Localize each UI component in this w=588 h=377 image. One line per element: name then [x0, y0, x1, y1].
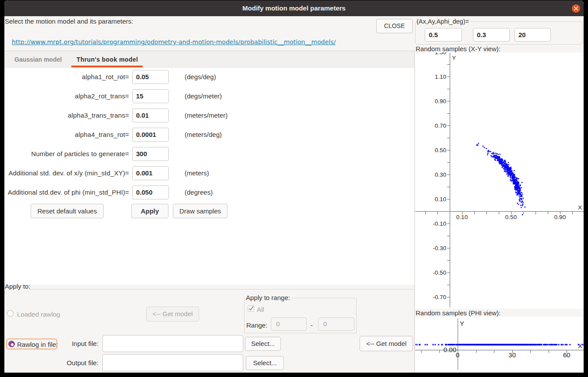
svg-text:-0.50: -0.50: [433, 269, 446, 276]
range-from-input[interactable]: 0: [271, 318, 307, 331]
all-checkbox[interactable]: [248, 305, 254, 312]
param-label-5: Additional std. dev. of x/y (min_std_XY)…: [4, 166, 129, 180]
aphi-input[interactable]: 20: [514, 28, 551, 42]
phi-plot-title: Random samples (PHI view):: [416, 309, 500, 317]
tab-thruns-book-model[interactable]: Thrun's book model: [77, 51, 138, 67]
param-input-2[interactable]: 0.01: [132, 108, 169, 122]
param-label-6: Additional std.dev. of phi (min_std_PHI)…: [4, 185, 129, 199]
svg-text:X: X: [578, 342, 582, 349]
param-label-3: alpha4_trans_rot=: [4, 128, 129, 142]
screen: Modify motion model parameters Select th…: [0, 0, 588, 377]
param-input-1[interactable]: 15: [132, 89, 169, 103]
svg-text:0.30: 0.30: [435, 171, 446, 178]
close-icon: [572, 4, 580, 13]
apply-to-legend: Apply to:: [5, 283, 30, 290]
svg-text:0.10: 0.10: [456, 214, 468, 220]
svg-text:1.10: 1.10: [435, 73, 446, 80]
param-label-0: alpha1_rot_rot=: [4, 70, 129, 84]
param-input-5[interactable]: 0.001: [132, 166, 169, 180]
param-label-1: alpha2_rot_trans=: [4, 89, 129, 103]
param-unit-3: (meters/deg): [185, 128, 222, 142]
tab-bar: Gaussian model Thrun's book model: [4, 51, 415, 67]
apply-to-range-legend: Apply to range:: [245, 294, 292, 301]
ay-input[interactable]: 0.3: [473, 28, 510, 42]
apply-button[interactable]: Apply: [131, 204, 168, 218]
phi-scatter-plot[interactable]: 030600.00YX: [415, 317, 584, 373]
svg-text:X: X: [578, 204, 582, 211]
loaded-rawlog-radio[interactable]: [7, 310, 14, 317]
tab-gaussian-model[interactable]: Gaussian model: [14, 51, 62, 67]
instruction-label: Select the motion model and its paramete…: [5, 17, 133, 25]
svg-text:-0.30: -0.30: [433, 245, 446, 251]
loaded-rawlog-label[interactable]: Loaded rawlog: [17, 311, 60, 318]
output-file-field[interactable]: [102, 354, 243, 371]
all-checkbox-label[interactable]: All: [257, 306, 264, 313]
svg-text:Y: Y: [452, 55, 456, 61]
draw-samples-button[interactable]: Draw samples: [173, 204, 228, 218]
svg-text:0.90: 0.90: [554, 214, 566, 220]
ax-input[interactable]: 0.5: [425, 28, 462, 42]
svg-text:Y: Y: [460, 320, 464, 327]
svg-text:0.90: 0.90: [435, 98, 446, 105]
param-label-2: alpha3_trans_trans=: [4, 108, 129, 122]
reset-default-values-button[interactable]: Reset default values: [31, 204, 104, 218]
svg-text:1.30: 1.30: [435, 52, 446, 56]
svg-text:-0.70: -0.70: [433, 294, 446, 300]
param-unit-5: (meters): [185, 166, 209, 180]
svg-text:0.50: 0.50: [435, 147, 446, 154]
range-dash: -: [311, 321, 313, 329]
select-input-file-button[interactable]: Select...: [245, 337, 281, 351]
svg-text:60: 60: [563, 351, 570, 359]
dialog-window: Modify motion model parameters Select th…: [4, 0, 584, 373]
param-input-0[interactable]: 0.05: [132, 70, 169, 84]
titlebar[interactable]: Modify motion model parameters: [4, 0, 584, 16]
delta-group-legend: (Ax,Ay,Aphi_deg)=: [416, 18, 471, 25]
apply-to-border: [29, 289, 414, 290]
panel-separator: [414, 51, 415, 373]
range-to-input[interactable]: 0: [318, 318, 354, 331]
output-file-label: Output file:: [4, 356, 98, 370]
xy-plot-canvas: 0.100.500.901.301.100.900.700.500.300.10…: [415, 52, 584, 309]
param-unit-2: (meters/meter): [185, 108, 228, 122]
check-icon: [248, 305, 254, 312]
window-close-button[interactable]: [572, 4, 580, 13]
param-input-6[interactable]: 0.050: [132, 185, 169, 199]
svg-text:0.50: 0.50: [505, 214, 517, 220]
param-unit-1: (degs/meter): [185, 89, 222, 103]
svg-text:-0.10: -0.10: [433, 220, 446, 227]
close-dialog-button[interactable]: CLOSE: [376, 19, 413, 33]
param-input-4[interactable]: 300: [132, 147, 169, 161]
svg-text:0.00: 0.00: [444, 346, 456, 353]
select-output-file-button[interactable]: Select...: [246, 356, 284, 370]
input-file-field[interactable]: [102, 335, 243, 352]
window-title: Modify motion model parameters: [4, 0, 584, 16]
param-unit-0: (degs/deg): [185, 70, 216, 84]
param-unit-6: (degrees): [185, 185, 213, 199]
svg-text:30: 30: [508, 351, 516, 359]
get-model-button[interactable]: <-- Get model: [360, 336, 413, 351]
svg-text:0.10: 0.10: [435, 196, 446, 202]
input-file-label: Input file:: [4, 337, 98, 350]
phi-plot-canvas: 030600.00YX: [415, 317, 584, 373]
param-input-3[interactable]: 0.0001: [132, 128, 169, 142]
xy-scatter-plot[interactable]: 0.100.500.901.301.100.900.700.500.300.10…: [415, 52, 584, 309]
mrpt-tutorial-link[interactable]: http://www.mrpt.org/tutorials/programmin…: [12, 38, 336, 45]
range-label: Range:: [246, 321, 267, 329]
xy-plot-title: Random samples (X-Y view):: [416, 45, 500, 52]
get-model-button-disabled[interactable]: <-- Get model: [146, 307, 199, 321]
svg-text:0: 0: [456, 351, 459, 359]
svg-text:0.70: 0.70: [435, 122, 446, 129]
param-label-4: Number of particles to generate=: [4, 147, 129, 161]
